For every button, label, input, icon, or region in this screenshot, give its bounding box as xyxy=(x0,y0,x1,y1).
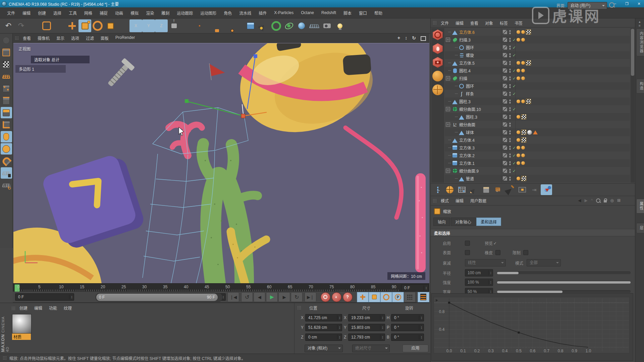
visibility-dots-icon[interactable] xyxy=(509,138,511,142)
object-tag-icon[interactable] xyxy=(521,69,525,72)
toolbar-button[interactable] xyxy=(206,19,219,32)
viewport-menu-item[interactable]: 摄像机 xyxy=(34,35,53,41)
mode-button[interactable] xyxy=(1,119,12,130)
toolbar-button[interactable] xyxy=(53,19,66,32)
material-menu-item[interactable]: 纹理 xyxy=(60,304,75,312)
object-manager-menu-item[interactable]: 编辑 xyxy=(452,20,467,26)
arrow-up-icon[interactable]: ^ xyxy=(591,198,593,203)
menu-item[interactable]: 创建 xyxy=(34,7,50,18)
layer-icon[interactable] xyxy=(502,161,507,166)
toolbar-button[interactable] xyxy=(40,19,53,32)
toolbar-button[interactable]: X xyxy=(129,19,142,32)
interface-dropdown[interactable]: 启动 (用户) xyxy=(568,2,607,9)
visibility-dots-icon[interactable] xyxy=(509,176,511,181)
layer-icon[interactable] xyxy=(502,45,507,50)
menu-item[interactable]: 选择 xyxy=(50,7,65,18)
radius-field[interactable]: 100 cm↕ xyxy=(465,269,493,277)
modeling-tool-button[interactable] xyxy=(541,184,552,195)
object-tag-icon[interactable] xyxy=(521,100,525,103)
mode-button[interactable] xyxy=(1,167,12,179)
viewport-menu-item[interactable]: 查看 xyxy=(19,35,34,41)
palette-icon[interactable] xyxy=(432,57,443,68)
object-manager-menu-item[interactable]: 文件 xyxy=(437,20,452,26)
end-frame-field[interactable]: 0 F↕ xyxy=(401,284,429,292)
object-name[interactable]: 管道 xyxy=(466,176,474,181)
object-tag-icon[interactable] xyxy=(517,115,520,119)
object-row[interactable]: − 立方体.5 xyxy=(445,59,630,67)
modeling-tool-button[interactable] xyxy=(492,184,504,195)
mode-button[interactable] xyxy=(1,107,12,118)
object-name[interactable]: 扫描 xyxy=(459,75,467,81)
layer-icon[interactable] xyxy=(502,153,507,158)
history-back-icon[interactable]: ◀ xyxy=(578,198,581,203)
key-scale-button[interactable] xyxy=(369,292,380,302)
apply-button[interactable]: 应用 xyxy=(402,345,428,352)
object-tag-icon[interactable] xyxy=(521,130,526,135)
menu-item[interactable]: 渲染 xyxy=(142,7,158,18)
history-forward-icon[interactable]: ▶ xyxy=(585,198,588,203)
menu-item[interactable]: 帮助 xyxy=(371,7,386,18)
menu-item[interactable]: 捕捉 xyxy=(96,7,111,18)
object-tag-icon[interactable] xyxy=(517,130,520,134)
visibility-dots-icon[interactable] xyxy=(509,68,511,73)
layer-icon[interactable] xyxy=(502,107,507,112)
toolbar-button[interactable]: Y xyxy=(142,19,155,32)
object-tag-icon[interactable] xyxy=(517,30,520,34)
dock-collapse-icons[interactable]: ▴≡ xyxy=(637,20,642,28)
mode-button[interactable] xyxy=(1,155,12,167)
object-row[interactable]: − 管道 xyxy=(445,175,630,182)
mode-button[interactable] xyxy=(1,131,12,142)
menu-item[interactable]: 窗口 xyxy=(355,7,371,18)
object-tag-icon[interactable] xyxy=(517,100,520,103)
object-tag-icon[interactable] xyxy=(526,60,531,65)
object-tag-icon[interactable] xyxy=(521,154,525,157)
coord-mode-dropdown[interactable]: 对象 (相对) xyxy=(305,345,343,352)
menu-item[interactable]: 角色 xyxy=(220,7,235,18)
maximize-button[interactable]: ❐ xyxy=(623,2,631,6)
mode-button[interactable] xyxy=(1,83,12,94)
menu-item[interactable]: 网格 xyxy=(80,7,96,18)
section-header[interactable]: 柔和选择 xyxy=(431,229,635,236)
object-row[interactable]: − 球体 xyxy=(445,128,630,136)
toolbar-button[interactable] xyxy=(244,19,257,32)
visibility-dots-icon[interactable] xyxy=(509,130,511,135)
object-name[interactable]: 细分曲面 xyxy=(459,122,475,127)
enabled-check-icon[interactable] xyxy=(513,169,517,173)
rotation-b-field[interactable]: 0 °↕ xyxy=(391,334,424,341)
layer-icon[interactable] xyxy=(502,176,507,181)
menu-item[interactable]: 运动跟踪 xyxy=(173,7,197,18)
material-menu-item[interactable]: 编辑 xyxy=(31,304,46,312)
layer-icon[interactable] xyxy=(502,37,507,42)
visibility-dots-icon[interactable] xyxy=(509,92,511,96)
visibility-dots-icon[interactable] xyxy=(509,99,511,104)
toolbar-button[interactable] xyxy=(308,19,321,32)
object-manager-menu-item[interactable]: 对象 xyxy=(482,20,496,26)
tab-layers[interactable]: 层 xyxy=(636,223,644,233)
palette-icon[interactable] xyxy=(432,43,443,54)
object-tag-icon[interactable] xyxy=(517,69,520,72)
mode-button[interactable] xyxy=(1,35,12,46)
object-tag-icon[interactable] xyxy=(517,146,520,149)
toolbar-button[interactable] xyxy=(282,19,295,32)
menu-item[interactable]: 运动图形 xyxy=(197,7,220,18)
play-backwards-button[interactable]: ↺ xyxy=(241,292,253,302)
object-row[interactable]: − 螺旋 xyxy=(445,51,630,59)
modeling-tool-button[interactable] xyxy=(444,184,455,195)
panel-grip[interactable] xyxy=(433,21,437,25)
pan-view-icon[interactable]: + xyxy=(397,35,400,41)
menu-item[interactable]: 雕刻 xyxy=(158,7,173,18)
object-row[interactable]: − 立方体.3 xyxy=(445,144,630,152)
object-manager-menu-item[interactable]: 书签 xyxy=(511,20,526,26)
size-x-field[interactable]: 19.233 cm↕ xyxy=(348,314,385,321)
record-keyframe-button[interactable] xyxy=(321,292,330,302)
rotation-p-field[interactable]: 0 °↕ xyxy=(391,324,424,331)
attribute-menu-item[interactable]: 编辑 xyxy=(452,198,467,203)
scrollbar-thumb[interactable] xyxy=(631,29,634,76)
layer-icon[interactable] xyxy=(502,145,507,150)
toolbar-button[interactable] xyxy=(321,19,333,32)
loop-button[interactable]: ↻ xyxy=(291,292,303,302)
object-tag-icon[interactable] xyxy=(526,99,531,104)
rotate-view-icon[interactable]: ↻ xyxy=(412,35,416,41)
object-name[interactable]: 球体 xyxy=(466,129,474,135)
layer-icon[interactable] xyxy=(502,122,507,127)
